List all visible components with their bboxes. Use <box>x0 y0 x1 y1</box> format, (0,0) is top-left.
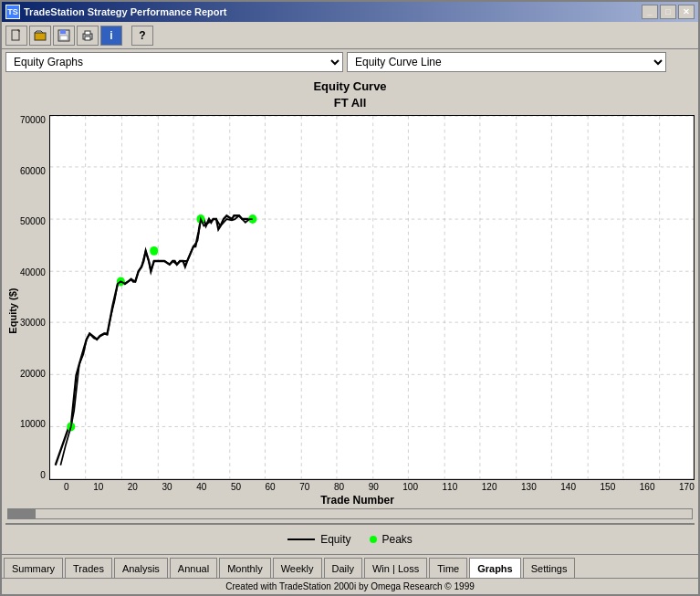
title-bar: TS TradeStation Strategy Performance Rep… <box>2 2 698 22</box>
peaks-legend-dot <box>370 536 377 543</box>
tab-summary[interactable]: Summary <box>4 558 63 578</box>
window-title: TradeStation Strategy Performance Report <box>24 6 227 17</box>
new-button[interactable] <box>5 26 27 46</box>
tab-time[interactable]: Time <box>429 558 467 578</box>
status-bar: Created with TradeStation 2000i by Omega… <box>2 578 698 594</box>
chart-container: Equity ($) 70000 60000 50000 40000 30000… <box>5 115 695 507</box>
svg-rect-3 <box>60 30 66 34</box>
scrollbar-thumb[interactable] <box>8 509 36 518</box>
minimize-button[interactable]: _ <box>642 5 658 19</box>
open-button[interactable] <box>29 26 51 46</box>
y-axis-labels: 70000 60000 50000 40000 30000 20000 1000… <box>20 115 49 480</box>
svg-rect-0 <box>12 30 19 40</box>
chart-inner: 70000 60000 50000 40000 30000 20000 1000… <box>20 115 695 507</box>
svg-rect-1 <box>35 33 46 40</box>
tab-graphs[interactable]: Graphs <box>469 558 521 578</box>
tab-weekly[interactable]: Weekly <box>273 558 322 578</box>
chart-title: Equity Curve FT All <box>5 78 695 111</box>
toolbar: i ? <box>2 22 698 49</box>
svg-rect-6 <box>85 31 90 35</box>
tab-annual[interactable]: Annual <box>170 558 217 578</box>
maximize-button[interactable]: □ <box>660 5 676 19</box>
peak-dot <box>150 246 158 256</box>
title-bar-left: TS TradeStation Strategy Performance Rep… <box>5 5 227 19</box>
equity-legend-line <box>287 538 315 540</box>
close-button[interactable]: ✕ <box>678 5 695 19</box>
print-button[interactable] <box>77 26 99 46</box>
equity-legend-item: Equity <box>287 533 350 546</box>
legend-area: Equity Peaks <box>5 523 695 550</box>
chart-area: Equity Curve FT All Equity ($) 70000 600… <box>2 75 698 554</box>
tab-daily[interactable]: Daily <box>324 558 362 578</box>
peaks-legend-item: Peaks <box>370 533 413 546</box>
tab-settings[interactable]: Settings <box>523 558 576 578</box>
tab-trades[interactable]: Trades <box>65 558 112 578</box>
svg-rect-4 <box>60 36 68 40</box>
chart-type-dropdown[interactable]: Equity Graphs <box>5 52 343 72</box>
h-scrollbar[interactable] <box>7 508 693 519</box>
equity-legend-label: Equity <box>320 533 350 546</box>
chart-plot <box>49 115 695 480</box>
tab-winloss[interactable]: Win | Loss <box>364 558 427 578</box>
window-controls[interactable]: _ □ ✕ <box>642 5 695 19</box>
x-axis-title: Trade Number <box>20 494 695 507</box>
save-button[interactable] <box>53 26 75 46</box>
status-text: Created with TradeStation 2000i by Omega… <box>225 581 475 591</box>
x-axis-labels: 0 10 20 30 40 50 60 70 80 90 100 110 120… <box>20 482 695 492</box>
help-button[interactable]: ? <box>131 26 153 46</box>
main-window: TS TradeStation Strategy Performance Rep… <box>0 0 700 596</box>
app-icon: TS <box>5 5 20 19</box>
tab-analysis[interactable]: Analysis <box>114 558 168 578</box>
tab-monthly[interactable]: Monthly <box>219 558 271 578</box>
scrollbar-area <box>5 507 695 521</box>
dropdowns-bar: Equity Graphs Equity Curve Line <box>2 49 698 75</box>
tabs-bar: Summary Trades Analysis Annual Monthly W… <box>2 554 698 578</box>
chart-subtype-dropdown[interactable]: Equity Curve Line <box>347 52 666 72</box>
chart-svg <box>50 116 694 479</box>
svg-rect-7 <box>85 37 90 40</box>
chart-with-yaxis: 70000 60000 50000 40000 30000 20000 1000… <box>20 115 695 480</box>
peaks-legend-label: Peaks <box>382 533 413 546</box>
info-button[interactable]: i <box>100 26 122 46</box>
y-axis-label: Equity ($) <box>5 115 20 507</box>
